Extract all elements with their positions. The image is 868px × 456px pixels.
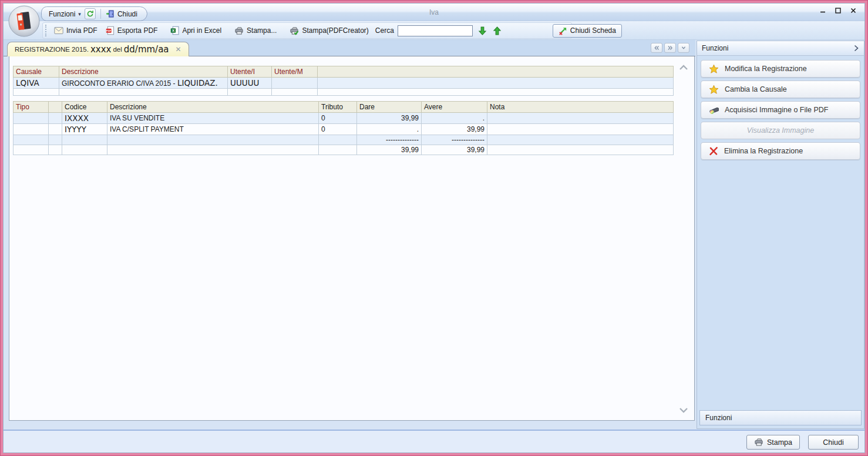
avere-cell: 39,99 — [422, 124, 487, 135]
apri-excel-button[interactable]: X Apri in Excel — [166, 24, 226, 37]
refresh-button[interactable] — [85, 8, 96, 19]
app-window: Iva — [3, 3, 865, 453]
search-next-button[interactable] — [477, 26, 487, 36]
detail-separator-row[interactable]: -------------- -------------- — [14, 135, 674, 145]
double-chevron-right-icon — [667, 45, 674, 51]
dare-dashes: -------------- — [357, 135, 422, 145]
avere-dashes: -------------- — [422, 135, 487, 145]
elimina-registrazione-button[interactable]: Elimina la Registrazione — [701, 142, 860, 160]
cambia-causale-button[interactable]: Cambia la Causale — [701, 81, 860, 98]
footer-chiudi-button[interactable]: Chiudi — [808, 435, 859, 450]
empty-cell — [318, 78, 674, 89]
tab-scroll-right-button[interactable] — [664, 43, 676, 53]
footer-stampa-button[interactable]: Stampa — [746, 435, 800, 450]
app-menu-orb[interactable] — [8, 5, 41, 38]
bottom-bar: Stampa Chiudi — [4, 430, 864, 452]
maximize-button[interactable] — [834, 6, 842, 15]
col-header-tipo: Tipo — [14, 102, 49, 113]
funzioni-menu[interactable]: Funzioni ▾ — [49, 10, 81, 18]
col-header-descrizione: Descrizione — [59, 66, 228, 78]
scroll-down-button[interactable] — [678, 407, 689, 414]
nota-cell — [487, 113, 674, 124]
footer-chiudi-label: Chiudi — [823, 438, 843, 447]
causale-row[interactable]: LQIVA GIROCONTO ERARIO C/IVA 2015 - LIQU… — [14, 78, 674, 89]
esporta-pdf-button[interactable]: PDF Esporta PDF — [102, 24, 162, 37]
printer-icon — [234, 26, 244, 35]
red-x-icon — [709, 146, 718, 156]
tributo-cell: 0 — [319, 113, 357, 124]
door-exit-icon — [106, 9, 115, 18]
search-input[interactable] — [398, 25, 473, 36]
stampa-pdfcreator-button[interactable]: Stampa(PDFCreator) — [285, 25, 372, 37]
menu-bar: Funzioni ▾ Chiudi — [41, 6, 147, 21]
stampa-button[interactable]: Stampa... — [230, 25, 281, 37]
funzioni-panel-header[interactable]: Funzioni — [697, 41, 864, 56]
acquisisci-immagine-button[interactable]: Acquisisci Immagine o File PDF — [701, 101, 860, 119]
detail-table: Tipo Codice Descrizione Tributo Dare Ave… — [13, 101, 674, 155]
cambia-causale-label: Cambia la Causale — [725, 85, 787, 93]
chevron-up-icon — [678, 63, 689, 71]
col-header-utente-i: Utente/I — [228, 66, 272, 78]
apri-excel-label: Apri in Excel — [182, 26, 221, 35]
pdf-file-icon: PDF — [106, 26, 115, 35]
minimize-icon — [819, 7, 826, 14]
tab-registrazione[interactable]: REGISTRAZIONE 2015.xxxx del dd/mm/aa ✕ — [7, 42, 189, 56]
funzioni-collapsed-label: Funzioni — [705, 414, 732, 422]
minimize-button[interactable] — [819, 6, 827, 15]
close-tab-arrow-icon — [559, 26, 567, 35]
cerca-label: Cerca — [375, 26, 394, 35]
elimina-registrazione-label: Elimina la Registrazione — [724, 147, 803, 155]
codice-cell: IYYYY — [62, 124, 107, 135]
funzioni-panel-title: Funzioni — [702, 44, 728, 52]
detail-total-row[interactable]: 39,99 39,99 — [14, 145, 674, 155]
avere-total: 39,99 — [422, 145, 487, 155]
col-header-nota: Nota — [487, 102, 674, 113]
svg-text:X: X — [172, 28, 174, 32]
chevron-down-icon: ▾ — [78, 11, 81, 17]
registration-document-area: Causale Descrizione Utente/I Utente/M LQ… — [9, 56, 695, 421]
chiudi-scheda-button[interactable]: Chiudi Scheda — [553, 24, 622, 38]
detail-row-2[interactable]: IYYYY IVA C/SPLIT PAYMENT 0 . 39,99 — [14, 124, 674, 135]
causale-header-row: Causale Descrizione Utente/I Utente/M — [14, 66, 674, 78]
menu-separator — [100, 9, 101, 19]
detail-row-1[interactable]: IXXXX IVA SU VENDITE 0 39,99 . — [14, 113, 674, 124]
col-header-avere: Avere — [422, 102, 487, 113]
tab-label-date: dd/mm/aa — [124, 44, 169, 55]
utente-m-cell — [272, 78, 318, 89]
tab-strip: REGISTRAZIONE 2015.xxxx del dd/mm/aa ✕ — [4, 40, 695, 56]
chevron-down-icon — [678, 407, 689, 414]
stampa-label: Stampa... — [247, 26, 277, 35]
green-arrow-down-icon — [477, 26, 487, 36]
col-header-dare: Dare — [357, 102, 422, 113]
codice-cell: IXXXX — [62, 113, 107, 124]
scroll-up-button[interactable] — [678, 63, 689, 71]
funzioni-collapsed-bar[interactable]: Funzioni — [699, 410, 862, 425]
tab-list-button[interactable] — [678, 43, 689, 53]
visualizza-immagine-button: Visualizza Immagine — [701, 122, 860, 139]
toolbar-grip[interactable] — [45, 25, 46, 36]
esporta-pdf-label: Esporta PDF — [117, 26, 158, 35]
invia-pdf-button[interactable]: Invia PDF — [50, 25, 102, 36]
causale-empty-row[interactable] — [14, 89, 674, 96]
close-button[interactable] — [849, 6, 857, 15]
dare-cell: 39,99 — [357, 113, 422, 124]
detail-header-row: Tipo Codice Descrizione Tributo Dare Ave… — [14, 102, 674, 113]
chiudi-menu[interactable]: Chiudi — [106, 9, 137, 18]
chevron-down-icon — [680, 45, 687, 51]
tab-close-icon[interactable]: ✕ — [176, 45, 181, 53]
col-header-causale: Causale — [14, 66, 59, 78]
tab-scroll-left-button[interactable] — [651, 43, 662, 53]
toolbar: Invia PDF PDF Esporta PDF X Apri in Exce… — [4, 21, 864, 40]
dare-cell: . — [357, 124, 422, 135]
printer-check-icon — [290, 26, 299, 35]
modifica-registrazione-button[interactable]: Modifica la Registrazione — [701, 60, 860, 78]
chiudi-menu-label: Chiudi — [117, 10, 137, 18]
descrizione-text: GIROCONTO ERARIO C/IVA 2015 - — [62, 79, 176, 88]
scanner-icon — [709, 105, 719, 115]
search-prev-button[interactable] — [492, 26, 502, 36]
close-icon — [850, 7, 857, 14]
chevron-right-icon — [853, 45, 859, 52]
funzioni-menu-label: Funzioni — [49, 10, 75, 18]
avere-cell: . — [422, 113, 487, 124]
star-icon — [709, 85, 719, 95]
